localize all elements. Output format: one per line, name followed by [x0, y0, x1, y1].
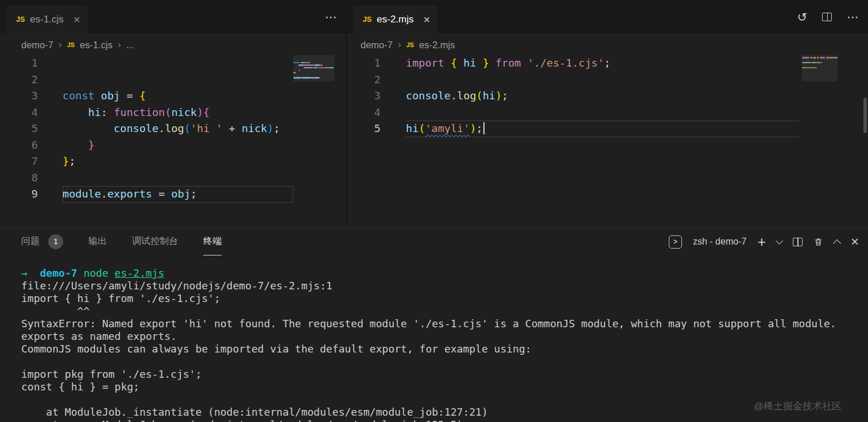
- line-number[interactable]: 7: [0, 153, 63, 170]
- code-line-text: console.log(hi);: [406, 88, 800, 104]
- terminal-output[interactable]: → demo-7 node es-2.mjsfile:///Users/amyl…: [0, 255, 868, 422]
- editor-actions-right: ↺ ⋯: [797, 0, 859, 33]
- breadcrumb-folder[interactable]: demo-7: [361, 40, 393, 51]
- line-number[interactable]: 2: [0, 72, 63, 88]
- tab-es-2-mjs[interactable]: JS es-2.mjs ×: [354, 6, 437, 33]
- minimap-token: [301, 64, 303, 66]
- token: ;: [502, 90, 508, 102]
- code-line[interactable]: 5hi('amyli');: [347, 121, 800, 137]
- tab-es-1-cjs[interactable]: JS es-1.cjs ×: [7, 6, 88, 33]
- code-line[interactable]: 7};: [0, 153, 293, 170]
- breadcrumb[interactable]: demo-7 › JS es-2.mjs: [347, 34, 868, 56]
- chevron-down-icon[interactable]: [777, 240, 782, 243]
- token: {: [140, 90, 146, 102]
- code-line-text: [406, 72, 800, 88]
- breadcrumb-folder[interactable]: demo-7: [21, 40, 53, 51]
- token: =: [152, 188, 171, 200]
- new-terminal-button[interactable]: +: [757, 235, 766, 249]
- token: es-2.mjs: [115, 267, 165, 279]
- token: at ModuleJob._instantiate (node:internal…: [21, 406, 488, 418]
- line-number[interactable]: 6: [0, 137, 63, 154]
- line-number[interactable]: 4: [0, 104, 63, 121]
- split-editor-icon[interactable]: [822, 11, 832, 23]
- problems-count-badge: 1: [48, 234, 63, 249]
- panel-tab-terminal[interactable]: 终端: [203, 229, 222, 255]
- more-actions-icon[interactable]: ⋯: [325, 11, 337, 23]
- line-number[interactable]: 5: [347, 121, 406, 137]
- minimap-line: [293, 57, 334, 59]
- more-actions-icon[interactable]: ⋯: [847, 11, 859, 23]
- token: const: [63, 90, 95, 102]
- breadcrumb-file[interactable]: es-1.cjs: [80, 40, 113, 51]
- token: [444, 57, 451, 69]
- breadcrumb-symbol[interactable]: ...: [126, 40, 134, 51]
- close-tab-icon[interactable]: ×: [73, 14, 80, 25]
- line-number[interactable]: 5: [0, 121, 63, 137]
- terminal-session-label[interactable]: zsh - demo-7: [693, 237, 746, 247]
- minimap-line: [293, 75, 334, 76]
- scrollbar-thumb[interactable]: [863, 98, 867, 133]
- panel-tab-debug-console[interactable]: 调试控制台: [132, 229, 178, 255]
- code-line[interactable]: 1import { hi } from './es-1.cjs';: [347, 55, 800, 72]
- line-number[interactable]: 1: [347, 55, 406, 72]
- line-number[interactable]: 8: [0, 170, 63, 187]
- editor-group-right: JS es-2.mjs × ↺ ⋯ demo-7 › JS es-2.mjs 1…: [347, 0, 868, 227]
- line-number[interactable]: 3: [0, 88, 63, 104]
- code-line[interactable]: 3console.log(hi);: [347, 88, 800, 104]
- minimap[interactable]: [293, 55, 334, 227]
- code-line[interactable]: 9module.exports = obj;: [0, 186, 293, 203]
- panel-header: 问题 1 输出 调试控制台 终端 > zsh - demo-7 +: [0, 228, 868, 255]
- code-line[interactable]: 1: [0, 55, 293, 72]
- code-line[interactable]: 3const obj = {: [0, 88, 293, 104]
- history-icon[interactable]: ↺: [797, 11, 807, 23]
- code-line-text: [63, 55, 293, 72]
- line-number[interactable]: 4: [347, 104, 406, 121]
- token: →: [21, 267, 28, 279]
- breadcrumb[interactable]: demo-7 › JS es-1.cjs › ...: [0, 34, 346, 56]
- chevron-up-icon[interactable]: [834, 238, 840, 246]
- code-line[interactable]: 5 console.log('hi ' + nick);: [0, 121, 293, 137]
- minimap[interactable]: [802, 55, 838, 227]
- minimap-token: [820, 57, 825, 59]
- breadcrumb-separator-icon: ›: [59, 39, 62, 51]
- minimap-line: [802, 59, 838, 61]
- token: 'hi ': [191, 122, 223, 134]
- minimap-lines: [293, 55, 334, 79]
- tabbar-right: JS es-2.mjs × ↺ ⋯: [347, 0, 868, 34]
- terminal-line: file:///Users/amyli/study/nodejs/demo-7/…: [21, 280, 868, 292]
- code-line[interactable]: 2: [0, 72, 293, 88]
- token: ^^: [21, 305, 90, 317]
- breadcrumb-separator-icon: ›: [118, 39, 121, 51]
- split-terminal-button[interactable]: [793, 238, 803, 246]
- terminal-line: → demo-7 node es-2.mjs: [21, 267, 868, 280]
- code-line[interactable]: 4: [347, 104, 800, 121]
- terminal-prompt-icon: >: [669, 235, 682, 249]
- code-line[interactable]: 4 hi: function(nick){: [0, 104, 293, 121]
- token: import pkg from './es-1.cjs';: [21, 368, 202, 380]
- panel-tab-problems[interactable]: 问题 1: [21, 229, 63, 255]
- line-number[interactable]: 3: [347, 88, 406, 104]
- editor-area: JS es-1.cjs × ⋯ demo-7 › JS es-1.cjs › .…: [0, 0, 868, 227]
- close-tab-icon[interactable]: ×: [424, 14, 431, 25]
- token: nick: [242, 122, 268, 134]
- line-number[interactable]: 9: [0, 186, 63, 203]
- minimap-token: [311, 77, 315, 79]
- line-number[interactable]: 1: [0, 55, 63, 72]
- token: const { hi } = pkg;: [21, 381, 140, 393]
- code-line[interactable]: 8: [0, 170, 293, 187]
- trash-icon[interactable]: [813, 237, 823, 247]
- token: hi: [463, 57, 476, 69]
- code-editor-es-2[interactable]: 1import { hi } from './es-1.cjs';23conso…: [347, 55, 868, 137]
- close-panel-button[interactable]: ×: [851, 235, 859, 249]
- code-line-text: hi('amyli');: [406, 121, 800, 137]
- minimap-token: [293, 69, 299, 71]
- code-line-text: [406, 104, 800, 121]
- line-number[interactable]: 2: [347, 72, 406, 88]
- token: ;: [274, 122, 280, 134]
- code-line[interactable]: 2: [347, 72, 800, 88]
- code-line[interactable]: 6 }: [0, 137, 293, 154]
- minimap-token: [304, 67, 312, 69]
- breadcrumb-file[interactable]: es-2.mjs: [419, 40, 455, 51]
- panel-tab-output[interactable]: 输出: [88, 229, 107, 255]
- minimap-lines: [802, 55, 838, 68]
